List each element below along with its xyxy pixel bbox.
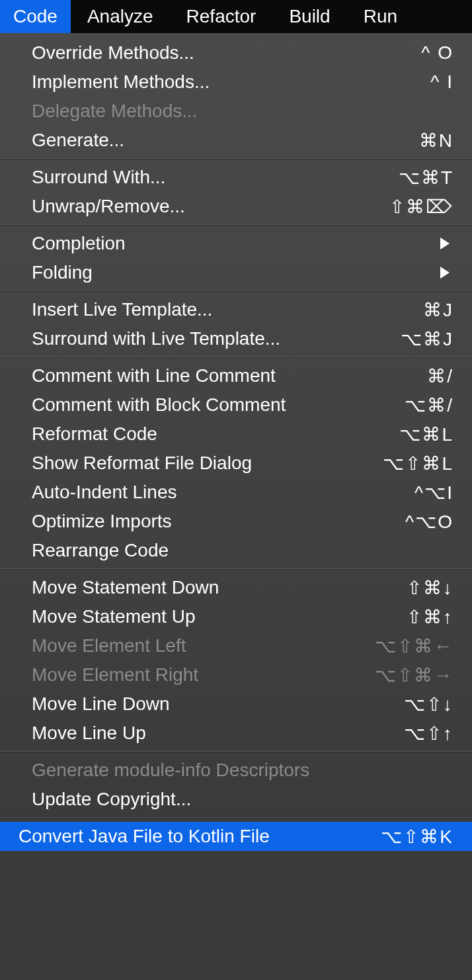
menu-item-comment-block[interactable]: Comment with Block Comment ⌥⌘/ <box>0 390 472 420</box>
menu-shortcut: ⌥⇧⌘→ <box>375 664 453 686</box>
menu-item-optimize-imports[interactable]: Optimize Imports ^⌥O <box>0 507 472 536</box>
menu-section: Comment with Line Comment ⌘/ Comment wit… <box>0 357 472 569</box>
menu-label: Delegate Methods... <box>32 101 453 122</box>
menu-item-convert-java-to-kotlin[interactable]: Convert Java File to Kotlin File ⌥⇧⌘K <box>0 822 472 851</box>
menu-item-move-line-down[interactable]: Move Line Down ⌥⇧↓ <box>0 690 472 719</box>
menu-label: Generate module-info Descriptors <box>32 760 453 781</box>
menu-item-generate[interactable]: Generate... ⌘N <box>0 126 472 155</box>
menu-item-folding[interactable]: Folding <box>0 258 472 287</box>
menu-section: Convert Java File to Kotlin File ⌥⇧⌘K <box>0 818 472 854</box>
menu-shortcut: ⌥⇧⌘L <box>383 453 453 474</box>
submenu-arrow-icon <box>440 238 450 249</box>
menu-shortcut: ⌘/ <box>427 365 453 387</box>
menu-label: Convert Java File to Kotlin File <box>19 826 381 847</box>
menu-item-completion[interactable]: Completion <box>0 229 472 258</box>
menu-item-move-element-left: Move Element Left ⌥⇧⌘← <box>0 631 472 660</box>
menubar-item-build[interactable]: Build <box>272 0 346 33</box>
menu-shortcut: ⌥⇧⌘← <box>375 635 453 657</box>
menu-section: Surround With... ⌥⌘T Unwrap/Remove... ⇧⌘… <box>0 159 472 225</box>
menubar-item-analyze[interactable]: Analyze <box>71 0 170 33</box>
menu-item-surround-with-live-template[interactable]: Surround with Live Template... ⌥⌘J <box>0 324 472 353</box>
menu-shortcut: ^⌥I <box>414 482 453 504</box>
menubar-item-code[interactable]: Code <box>0 0 71 33</box>
menu-item-move-statement-down[interactable]: Move Statement Down ⇧⌘↓ <box>0 573 472 602</box>
menu-item-override-methods[interactable]: Override Methods... ^ O <box>0 38 472 67</box>
menu-label: Override Methods... <box>32 42 421 64</box>
menu-label: Update Copyright... <box>32 789 453 810</box>
menu-shortcut: ⇧⌘↑ <box>407 606 453 628</box>
menu-label: Unwrap/Remove... <box>32 196 389 217</box>
menu-item-move-line-up[interactable]: Move Line Up ⌥⇧↑ <box>0 719 472 748</box>
menu-shortcut: ^⌥O <box>405 511 453 533</box>
menu-label: Insert Live Template... <box>32 299 423 320</box>
menu-item-surround-with[interactable]: Surround With... ⌥⌘T <box>0 163 472 192</box>
menu-label: Show Reformat File Dialog <box>32 453 383 474</box>
menu-section: Override Methods... ^ O Implement Method… <box>0 33 472 159</box>
menu-item-insert-live-template[interactable]: Insert Live Template... ⌘J <box>0 295 472 324</box>
menu-shortcut: ⌥⌘L <box>399 423 453 445</box>
menu-label: Auto-Indent Lines <box>32 482 414 503</box>
menu-shortcut: ⌘N <box>419 130 453 152</box>
menu-label: Folding <box>32 262 440 283</box>
menu-shortcut: ⌥⇧↑ <box>404 723 453 744</box>
menu-label: Move Line Up <box>32 723 404 744</box>
menu-shortcut: ⌥⇧⌘K <box>381 826 453 848</box>
menu-section: Completion Folding <box>0 225 472 291</box>
menu-label: Implement Methods... <box>32 71 430 93</box>
menu-label: Move Statement Up <box>32 606 407 627</box>
menu-shortcut: ⌥⌘T <box>399 167 453 189</box>
menu-item-unwrap-remove[interactable]: Unwrap/Remove... ⇧⌘⌦ <box>0 192 472 221</box>
menubar: Code Analyze Refactor Build Run <box>0 0 472 33</box>
menu-section: Move Statement Down ⇧⌘↓ Move Statement U… <box>0 569 472 752</box>
menu-label: Move Statement Down <box>32 577 407 598</box>
menu-item-auto-indent-lines[interactable]: Auto-Indent Lines ^⌥I <box>0 478 472 507</box>
menu-item-show-reformat-dialog[interactable]: Show Reformat File Dialog ⌥⇧⌘L <box>0 449 472 478</box>
submenu-arrow-icon <box>440 267 450 279</box>
menu-shortcut: ^ O <box>421 42 453 64</box>
menu-label: Generate... <box>32 130 419 151</box>
menu-label: Comment with Line Comment <box>32 365 427 386</box>
menu-shortcut: ⌥⌘J <box>401 328 453 350</box>
menu-shortcut: ⇧⌘⌦ <box>389 196 453 218</box>
code-dropdown-menu: Override Methods... ^ O Implement Method… <box>0 33 472 854</box>
menu-label: Comment with Block Comment <box>32 394 405 416</box>
menu-label: Move Element Left <box>32 635 375 656</box>
menu-shortcut: ⌘J <box>423 299 453 321</box>
menubar-item-run[interactable]: Run <box>347 0 414 33</box>
menu-label: Move Element Right <box>32 664 375 686</box>
menu-label: Reformat Code <box>32 423 399 445</box>
menu-item-reformat-code[interactable]: Reformat Code ⌥⌘L <box>0 420 472 449</box>
menubar-item-refactor[interactable]: Refactor <box>170 0 273 33</box>
menu-item-move-statement-up[interactable]: Move Statement Up ⇧⌘↑ <box>0 602 472 631</box>
menu-shortcut: ^ I <box>430 71 453 93</box>
menu-item-delegate-methods: Delegate Methods... <box>0 97 472 126</box>
menu-label: Rearrange Code <box>32 540 453 561</box>
menu-label: Surround with Live Template... <box>32 328 401 349</box>
menu-item-rearrange-code[interactable]: Rearrange Code <box>0 536 472 565</box>
menu-label: Optimize Imports <box>32 511 405 532</box>
menu-section: Generate module-info Descriptors Update … <box>0 752 472 818</box>
menu-item-comment-line[interactable]: Comment with Line Comment ⌘/ <box>0 361 472 390</box>
menu-shortcut: ⌥⌘/ <box>405 394 453 416</box>
menu-shortcut: ⇧⌘↓ <box>407 577 453 599</box>
menu-item-implement-methods[interactable]: Implement Methods... ^ I <box>0 67 472 97</box>
menu-label: Move Line Down <box>32 693 404 715</box>
menu-item-generate-module-info: Generate module-info Descriptors <box>0 756 472 785</box>
menu-item-move-element-right: Move Element Right ⌥⇧⌘→ <box>0 660 472 690</box>
menu-label: Completion <box>32 233 440 254</box>
menu-section: Insert Live Template... ⌘J Surround with… <box>0 291 472 357</box>
menu-item-update-copyright[interactable]: Update Copyright... <box>0 785 472 814</box>
menu-label: Surround With... <box>32 167 399 188</box>
menu-shortcut: ⌥⇧↓ <box>404 693 453 715</box>
